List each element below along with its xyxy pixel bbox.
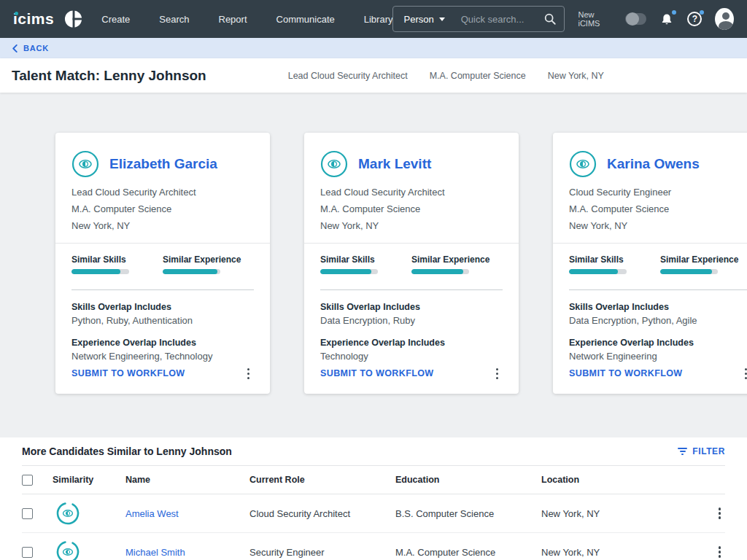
candidate-education: M.A. Computer Science xyxy=(569,203,747,214)
similarity-ring-icon xyxy=(55,540,80,560)
candidate-name-link[interactable]: Karina Owens xyxy=(607,156,700,172)
similar-experience-metric: Similar Experience xyxy=(163,254,254,274)
back-bar: BACK xyxy=(0,38,747,58)
filter-button[interactable]: FILTER xyxy=(678,446,725,456)
similar-skills-label: Similar Skills xyxy=(320,254,411,265)
card-inner-divider xyxy=(320,289,503,290)
user-avatar[interactable] xyxy=(715,8,734,30)
column-header-name: Name xyxy=(125,475,249,485)
similar-skills-bar xyxy=(320,269,378,274)
help-button[interactable]: ? xyxy=(687,12,702,26)
similar-skills-metric: Similar Skills xyxy=(320,254,411,274)
notifications-button[interactable] xyxy=(659,12,674,27)
menu-item-report[interactable]: Report xyxy=(219,14,247,25)
column-header-education: Education xyxy=(395,475,541,485)
card-inner-divider xyxy=(71,289,254,290)
caret-down-icon xyxy=(439,18,445,21)
similar-skills-metric: Similar Skills xyxy=(71,254,163,274)
card-kebab-menu[interactable] xyxy=(492,365,503,383)
search-scope-dropdown[interactable]: Person xyxy=(403,14,444,25)
skills-overlap-value: Data Encryption, Ruby xyxy=(320,315,503,326)
notification-dot xyxy=(672,10,676,15)
skills-overlap-label: Skills Overlap Includes xyxy=(320,302,503,312)
icims-logo[interactable]: icims xyxy=(13,10,54,28)
menu-item-search[interactable]: Search xyxy=(159,14,189,25)
select-all-checkbox[interactable] xyxy=(22,475,33,486)
similar-experience-label: Similar Experience xyxy=(660,254,747,265)
similar-experience-metric: Similar Experience xyxy=(411,254,503,274)
row-candidate-name-link[interactable]: Amelia West xyxy=(125,508,249,519)
card-divider xyxy=(55,243,270,244)
quick-search-group: Person xyxy=(392,6,565,32)
card-kebab-menu[interactable] xyxy=(243,365,255,383)
candidate-location: New York, NY xyxy=(71,220,254,231)
table-row: Amelia West Cloud Security Architect B.S… xyxy=(22,494,725,533)
target-role: Lead Cloud Security Architect xyxy=(288,71,408,81)
back-button[interactable]: BACK xyxy=(23,44,49,52)
candidate-name-link[interactable]: Elizabeth Garcia xyxy=(109,156,217,172)
toggle-knob xyxy=(626,12,639,26)
avatar-person-icon xyxy=(722,12,729,20)
skills-overlap-value: Python, Ruby, Authentication xyxy=(71,315,254,326)
card-kebab-menu[interactable] xyxy=(740,365,747,383)
similarity-ring-icon xyxy=(55,501,80,526)
submit-to-workflow-button[interactable]: SUBMIT TO WORKFLOW xyxy=(320,368,434,378)
menu-item-communicate[interactable]: Communicate xyxy=(276,14,335,25)
similar-skills-bar-fill xyxy=(320,269,371,274)
candidate-role: Lead Cloud Security Architect xyxy=(320,187,503,198)
page-header: Talent Match: Lenny Johnson Lead Cloud S… xyxy=(0,58,747,93)
similar-experience-bar-fill xyxy=(411,269,463,274)
row-checkbox[interactable] xyxy=(22,508,33,519)
row-current-role: Cloud Security Architect xyxy=(249,508,395,519)
submit-to-workflow-button[interactable]: SUBMIT TO WORKFLOW xyxy=(569,368,683,378)
similar-experience-metric: Similar Experience xyxy=(660,254,747,274)
icims-wordmark: icims xyxy=(13,10,54,27)
column-header-location: Location xyxy=(541,475,703,485)
row-checkbox[interactable] xyxy=(22,547,33,558)
table-header-row: Similarity Name Current Role Education L… xyxy=(22,465,725,494)
row-kebab-menu[interactable] xyxy=(714,505,726,522)
similar-experience-label: Similar Experience xyxy=(411,254,503,265)
candidate-name-link[interactable]: Mark Levitt xyxy=(358,156,431,172)
similar-experience-bar-fill xyxy=(660,269,712,274)
new-icims-toggle[interactable] xyxy=(625,13,646,25)
row-candidate-name-link[interactable]: Michael Smith xyxy=(125,547,249,558)
card-divider xyxy=(304,243,519,244)
match-eye-icon xyxy=(569,150,597,178)
row-current-role: Security Engineer xyxy=(249,547,395,558)
card-divider xyxy=(553,243,747,244)
similar-skills-metric: Similar Skills xyxy=(569,254,660,274)
help-notification-dot xyxy=(700,10,704,15)
search-icon[interactable] xyxy=(543,12,557,26)
quick-search-input[interactable] xyxy=(461,14,544,25)
candidate-role: Cloud Security Engineer xyxy=(569,187,747,198)
candidate-cards: Elizabeth Garcia Lead Cloud Security Arc… xyxy=(0,93,747,438)
card-inner-divider xyxy=(569,289,747,290)
menu-item-create[interactable]: Create xyxy=(101,14,130,25)
target-candidate-meta: Lead Cloud Security Architect M.A. Compu… xyxy=(288,71,604,81)
candidate-education: M.A. Computer Science xyxy=(320,203,503,214)
similar-skills-label: Similar Skills xyxy=(569,254,660,265)
candidate-location: New York, NY xyxy=(569,220,747,231)
skills-overlap-label: Skills Overlap Includes xyxy=(71,302,254,312)
table-titlebar: More Candidates Similar to Lenny Johnson… xyxy=(22,438,725,465)
target-education: M.A. Computer Science xyxy=(430,71,526,81)
new-icims-label: New iCIMS xyxy=(578,10,612,28)
match-eye-icon xyxy=(71,150,99,178)
chevron-left-icon xyxy=(12,44,18,52)
similar-skills-bar xyxy=(71,269,129,274)
row-kebab-menu[interactable] xyxy=(714,543,726,560)
navbar-right-controls: Person New iCIMS ? xyxy=(392,6,734,32)
menu-item-library[interactable]: Library xyxy=(364,14,393,25)
submit-to-workflow-button[interactable]: SUBMIT TO WORKFLOW xyxy=(71,368,185,378)
row-location: New York, NY xyxy=(541,547,703,558)
more-candidates-section: More Candidates Similar to Lenny Johnson… xyxy=(0,438,747,560)
candidate-card: Elizabeth Garcia Lead Cloud Security Arc… xyxy=(55,133,270,394)
candidate-card: Karina Owens Cloud Security Engineer M.A… xyxy=(553,133,747,394)
row-location: New York, NY xyxy=(541,508,703,519)
experience-overlap-value: Network Engineering xyxy=(569,351,747,362)
experience-overlap-value: Technology xyxy=(320,351,503,362)
match-eye-icon xyxy=(320,150,348,178)
column-header-similarity: Similarity xyxy=(53,475,125,485)
filter-icon xyxy=(678,448,687,455)
